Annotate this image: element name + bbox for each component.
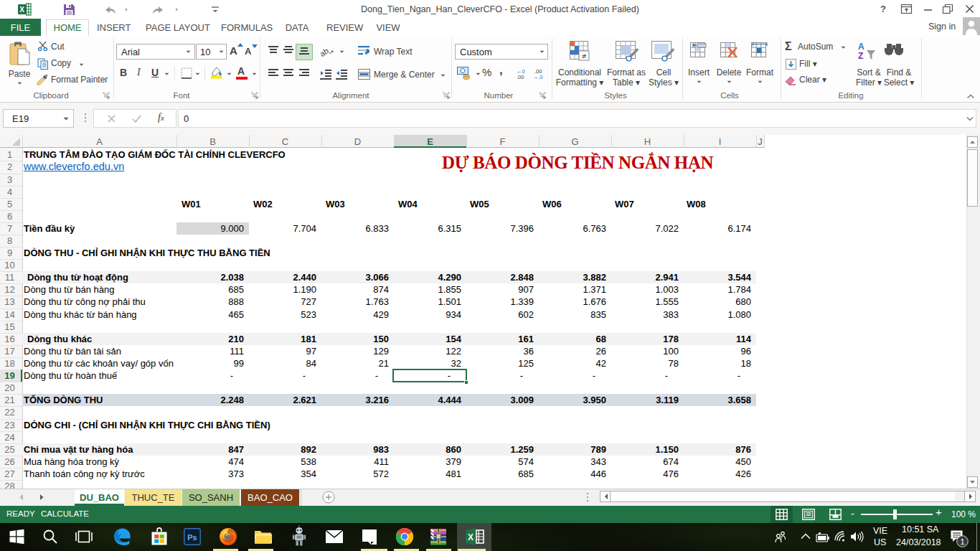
svg-text:X: X: [19, 6, 24, 14]
svg-text:ab: ab: [318, 46, 330, 58]
svg-text:X: X: [468, 532, 473, 542]
svg-text:→.0: →.0: [533, 74, 543, 80]
svg-text:1: 1: [960, 537, 964, 546]
svg-text:≠: ≠: [582, 52, 586, 60]
svg-text:Ps: Ps: [187, 533, 197, 542]
svg-text:A: A: [858, 42, 864, 52]
svg-text:Z: Z: [858, 51, 863, 61]
svg-text:.00: .00: [517, 74, 524, 80]
